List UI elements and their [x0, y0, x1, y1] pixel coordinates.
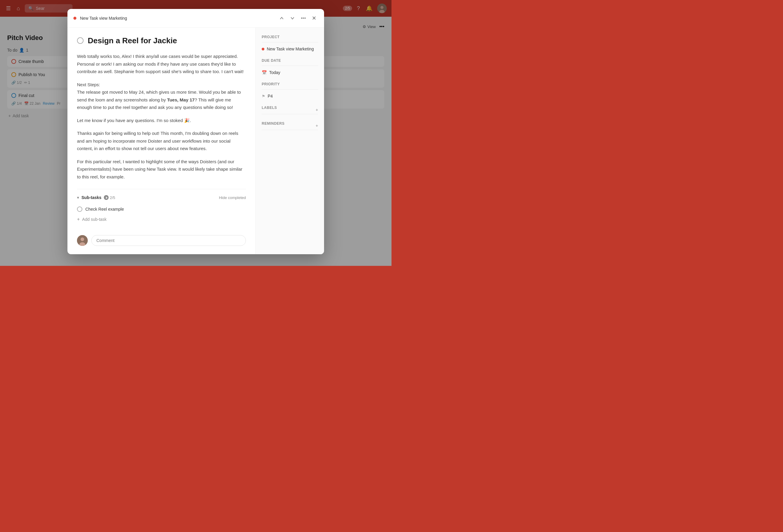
sidebar-duedate-section: Due date 📅 Today [262, 59, 318, 75]
comment-avatar [77, 235, 88, 246]
divider [262, 130, 318, 130]
divider [262, 66, 318, 66]
nav-down-button[interactable] [288, 14, 296, 22]
sidebar-duedate-value: 📅 Today [262, 70, 318, 75]
subtask-item-1: Check Reel example [77, 204, 246, 214]
sidebar-priority-value: ⚑ P4 [262, 94, 318, 98]
add-subtask-label: Add sub-task [82, 217, 106, 222]
sidebar-priority-label: Priority [262, 82, 318, 86]
description-para-5: For this particular reel, I wanted to hi… [77, 158, 246, 181]
add-label-button[interactable]: + [316, 107, 318, 112]
subtasks-count: ◑ 2/5 [104, 195, 115, 200]
ellipsis-icon: ••• [301, 15, 306, 21]
svg-point-4 [81, 238, 84, 241]
task-title-row: Design a Reel for Jackie [77, 36, 246, 45]
comment-area [77, 230, 246, 246]
modal-body: Design a Reel for Jackie Web totally wor… [67, 28, 324, 254]
divider [262, 89, 318, 90]
subtasks-header: ▾ Sub-tasks ◑ 2/5 Hide completed [77, 195, 246, 200]
plus-icon: + [77, 217, 80, 222]
project-name-value: New Task view Marketing [267, 46, 314, 51]
modal-sidebar: Project New Task view Marketing Due date… [255, 28, 324, 254]
modal-project-name: New Task view Marketing [80, 16, 274, 21]
modal-main-content: Design a Reel for Jackie Web totally wor… [67, 28, 255, 254]
modal-overlay: New Task view Marketing ••• ✕ [0, 0, 392, 266]
subtask-title: Check Reel example [85, 207, 124, 212]
close-modal-button[interactable]: ✕ [310, 14, 318, 23]
subtask-checkbox[interactable] [77, 207, 82, 212]
priority-value: P4 [268, 94, 273, 98]
count-icon: ◑ [104, 195, 108, 200]
sidebar-project-section: Project New Task view Marketing [262, 35, 318, 51]
due-date-value: Today [269, 70, 280, 75]
sidebar-labels-section: Labels + [262, 105, 318, 114]
subtasks-toggle[interactable]: ▾ [77, 195, 79, 200]
sidebar-project-label: Project [262, 35, 318, 39]
subtasks-section: ▾ Sub-tasks ◑ 2/5 Hide completed Check R… [77, 189, 246, 224]
calendar-icon: 📅 [262, 70, 267, 75]
project-color-dot [262, 48, 264, 51]
add-subtask-button[interactable]: + Add sub-task [77, 214, 246, 224]
sidebar-reminders-section: Reminders + [262, 121, 318, 130]
task-modal: New Task view Marketing ••• ✕ [67, 9, 324, 254]
sidebar-duedate-label: Due date [262, 59, 318, 63]
task-title: Design a Reel for Jackie [88, 36, 177, 45]
more-options-button[interactable]: ••• [299, 14, 308, 22]
description-para-2: Next Steps:The release got moved to May … [77, 81, 246, 111]
description-para-1: Web totally works too, Alex! I think any… [77, 53, 246, 75]
modal-header: New Task view Marketing ••• ✕ [67, 9, 324, 28]
subtasks-count-value: 2/5 [110, 195, 115, 200]
modal-header-actions: ••• ✕ [278, 14, 318, 23]
comment-input[interactable] [91, 235, 246, 246]
sidebar-reminders-label: Reminders [262, 121, 285, 126]
add-reminder-button[interactable]: + [316, 123, 318, 128]
hide-completed-button[interactable]: Hide completed [219, 195, 246, 200]
divider [262, 114, 318, 114]
description-para-4: Thanks again for being willing to help o… [77, 129, 246, 153]
sidebar-priority-section: Priority ⚑ P4 [262, 82, 318, 98]
subtasks-label: Sub-tasks [82, 195, 101, 200]
nav-up-button[interactable] [278, 14, 286, 22]
project-dot [73, 17, 76, 20]
task-description: Web totally works too, Alex! I think any… [77, 53, 246, 181]
task-complete-checkbox[interactable] [77, 37, 84, 44]
close-icon: ✕ [312, 15, 316, 22]
divider [262, 42, 318, 42]
sidebar-project-value: New Task view Marketing [262, 46, 318, 51]
flag-icon: ⚑ [262, 94, 265, 98]
description-para-3: Let me know if you have any questions. I… [77, 117, 246, 124]
sidebar-labels-label: Labels [262, 105, 277, 110]
